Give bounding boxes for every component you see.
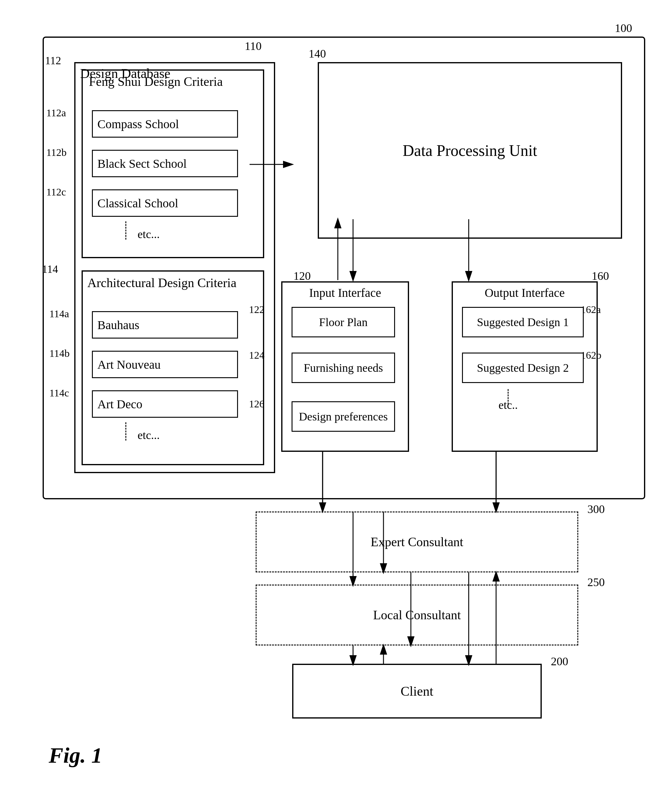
etc-text-1: etc... <box>138 227 160 241</box>
box-110: Design Database 112 Feng Shui Design Cri… <box>74 62 275 473</box>
feng-shui-title: Feng Shui Design Criteria <box>89 74 223 89</box>
ref-114b: 114b <box>49 348 70 359</box>
box-200: Client <box>292 664 542 718</box>
box-160: Output Interface 162a 162b Suggested Des… <box>452 281 598 452</box>
ref-162b: 162b <box>581 350 602 361</box>
box-140: Data Processing Unit <box>318 62 622 239</box>
data-processing-title: Data Processing Unit <box>403 141 537 159</box>
classical-school-box: Classical School <box>92 189 238 217</box>
local-consultant-label: Local Consultant <box>373 608 461 622</box>
ref-160: 160 <box>592 269 609 283</box>
suggested-design-2-box: Suggested Design 2 <box>462 353 584 383</box>
fig-label: Fig. 1 <box>49 743 102 768</box>
ref-114c: 114c <box>49 387 69 399</box>
design-preferences-box: Design preferences <box>292 401 395 432</box>
arch-design-title: Architectural Design Criteria <box>87 275 236 291</box>
ref-250: 250 <box>587 575 605 589</box>
ref-100: 100 <box>615 21 632 35</box>
floor-plan-box: Floor Plan <box>292 307 395 337</box>
ref-200: 200 <box>551 655 568 668</box>
box-250: Local Consultant <box>256 585 578 646</box>
ref-122: 122 <box>249 304 264 315</box>
box-112: Feng Shui Design Criteria 112a 112b 112c… <box>82 69 264 258</box>
art-deco-box: Art Deco <box>92 390 238 418</box>
etc-dashes-1 <box>125 221 126 240</box>
ref-114a: 114a <box>49 308 69 320</box>
furnishing-needs-box: Furnishing needs <box>292 353 395 383</box>
art-nouveau-box: Art Nouveau <box>92 351 238 378</box>
ref-300: 300 <box>587 503 605 516</box>
etc-text-2: etc... <box>138 429 160 442</box>
etc-text-3: etc.. <box>498 398 518 412</box>
compass-school-box: Compass School <box>92 110 238 138</box>
input-interface-title: Input Interface <box>309 286 381 300</box>
ref-126: 126 <box>249 398 264 410</box>
box-100: 110 Design Database 112 Feng Shui Design… <box>43 36 645 499</box>
black-sect-school-box: Black Sect School <box>92 150 238 177</box>
ref-120: 120 <box>293 269 311 283</box>
ref-112a: 112a <box>46 107 66 119</box>
ref-112: 112 <box>45 54 61 67</box>
suggested-design-1-box: Suggested Design 1 <box>462 307 584 337</box>
box-300: Expert Consultant <box>256 511 578 572</box>
ref-112c: 112c <box>46 186 66 198</box>
client-label: Client <box>400 683 433 699</box>
ref-124: 124 <box>249 350 264 361</box>
box-114: Architectural Design Criteria 114a 114b … <box>82 270 264 465</box>
ref-140: 140 <box>309 47 326 60</box>
box-120: Input Interface 122 124 126 Floor Plan F… <box>281 281 409 452</box>
output-interface-title: Output Interface <box>485 286 565 300</box>
ref-110: 110 <box>245 39 262 53</box>
expert-consultant-label: Expert Consultant <box>371 535 463 549</box>
etc-dashes-2 <box>125 422 126 440</box>
ref-114: 114 <box>42 263 58 276</box>
bauhaus-box: Bauhaus <box>92 311 238 338</box>
ref-112b: 112b <box>46 147 67 158</box>
